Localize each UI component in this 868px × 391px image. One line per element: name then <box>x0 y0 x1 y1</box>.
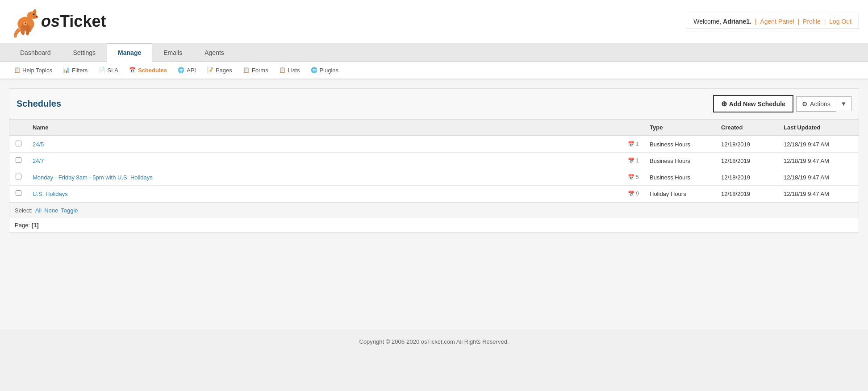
row-name-cell-0: 24/5 📅 1 <box>27 136 644 153</box>
row-type-cell-0: Business Hours <box>644 136 716 153</box>
subnav-sla[interactable]: 📄 SLA <box>94 64 123 76</box>
actions-label: Actions <box>810 100 830 108</box>
row-checkbox-1[interactable] <box>16 157 21 163</box>
lists-icon: 📋 <box>279 67 286 74</box>
select-toggle-link[interactable]: Toggle <box>61 207 78 214</box>
select-label: Select: <box>15 207 33 214</box>
row-checkbox-cell <box>9 186 27 202</box>
api-label: API <box>187 67 196 74</box>
nav-manage[interactable]: Manage <box>107 43 152 62</box>
api-icon: 🌐 <box>178 67 185 74</box>
lists-label: Lists <box>288 67 300 74</box>
row-checkbox-3[interactable] <box>16 190 21 196</box>
subnav-help-topics[interactable]: 📋 Help Topics <box>9 64 57 76</box>
row-checkbox-0[interactable] <box>16 141 21 146</box>
row-type-cell-1: Business Hours <box>644 153 716 169</box>
schedule-link-2[interactable]: Monday - Friday 8am - 5pm with U.S. Holi… <box>33 174 153 181</box>
logo-area: osTicket <box>9 4 106 39</box>
schedule-link-0[interactable]: 24/5 <box>33 141 44 148</box>
row-name-cell-2: Monday - Friday 8am - 5pm with U.S. Holi… <box>27 169 644 186</box>
table-row: 24/5 📅 1 Business Hours 12/18/2019 12/18… <box>9 136 859 153</box>
col-header-check <box>9 120 27 136</box>
table-row: Monday - Friday 8am - 5pm with U.S. Holi… <box>9 169 859 186</box>
content-area: Schedules ⊕ Add New Schedule ⚙ Actions ▼ <box>0 79 868 329</box>
row-updated-cell-2: 12/18/19 9:47 AM <box>778 169 859 186</box>
sep3: | <box>824 18 828 25</box>
row-created-cell-3: 12/18/2019 <box>716 186 778 202</box>
sub-nav: 📋 Help Topics 📊 Filters 📄 SLA 📅 Schedule… <box>0 62 868 79</box>
subnav-plugins[interactable]: 🌐 Plugins <box>306 64 343 76</box>
svg-point-4 <box>33 14 35 16</box>
row-name-cell-3: U.S. Holidays 📅 9 <box>27 186 644 202</box>
pages-icon: 📝 <box>207 67 214 74</box>
row-checkbox-cell <box>9 136 27 153</box>
row-type-cell-2: Business Hours <box>644 169 716 186</box>
logo-text: osTicket <box>41 12 106 31</box>
svg-point-12 <box>23 22 27 25</box>
svg-point-13 <box>25 23 26 24</box>
welcome-text: Welcome, <box>693 18 723 25</box>
select-all-link[interactable]: All <box>35 207 42 214</box>
schedules-panel: Schedules ⊕ Add New Schedule ⚙ Actions ▼ <box>9 88 859 233</box>
table-footer: Select: All None Toggle <box>9 202 859 218</box>
row-checkbox-cell <box>9 153 27 169</box>
panel-actions: ⊕ Add New Schedule ⚙ Actions ▼ <box>713 95 851 112</box>
row-created-cell-0: 12/18/2019 <box>716 136 778 153</box>
chevron-down-icon: ▼ <box>841 100 847 107</box>
select-none-link[interactable]: None <box>44 207 58 214</box>
col-header-created: Created <box>716 120 778 136</box>
schedule-link-1[interactable]: 24/7 <box>33 158 44 164</box>
row-checkbox-2[interactable] <box>16 174 21 179</box>
subnav-forms[interactable]: 📋 Forms <box>238 64 273 76</box>
plugins-label: Plugins <box>319 67 338 74</box>
page-label: Page: <box>15 222 32 229</box>
subnav-lists[interactable]: 📋 Lists <box>275 64 305 76</box>
col-header-name: Name <box>27 120 644 136</box>
top-header: osTicket Welcome, Adriane1. | Agent Pane… <box>0 0 868 43</box>
row-checkbox-cell <box>9 169 27 186</box>
calendar-badge-1: 📅 1 <box>628 158 639 164</box>
actions-dropdown-button[interactable]: ▼ <box>836 96 851 111</box>
actions-button-group: ⚙ Actions ▼ <box>796 96 851 112</box>
username: Adriane1. <box>723 18 751 25</box>
select-controls: Select: All None Toggle <box>15 207 853 214</box>
filters-icon: 📊 <box>63 67 70 74</box>
row-type-cell-3: Holiday Hours <box>644 186 716 202</box>
col-header-updated: Last Updated <box>778 120 859 136</box>
calendar-badge-2: 📅 5 <box>628 174 639 180</box>
forms-label: Forms <box>252 67 268 74</box>
row-updated-cell-1: 12/18/19 9:47 AM <box>778 153 859 169</box>
calendar-badge-0: 📅 1 <box>628 141 639 147</box>
subnav-schedules[interactable]: 📅 Schedules <box>125 64 171 76</box>
nav-settings[interactable]: Settings <box>62 43 107 62</box>
page-current: [1] <box>32 222 39 229</box>
copyright-text: Copyright © 2006-2020 osTicket.com All R… <box>359 338 509 345</box>
page-title: Schedules <box>17 99 61 109</box>
actions-main-button[interactable]: ⚙ Actions <box>796 96 836 112</box>
pages-label: Pages <box>216 67 232 74</box>
pagination: Page: [1] <box>9 218 859 232</box>
subnav-pages[interactable]: 📝 Pages <box>202 64 237 76</box>
subnav-filters[interactable]: 📊 Filters <box>58 64 92 76</box>
row-created-cell-1: 12/18/2019 <box>716 153 778 169</box>
nav-agents[interactable]: Agents <box>193 43 235 62</box>
plus-icon: ⊕ <box>721 100 727 108</box>
schedule-link-3[interactable]: U.S. Holidays <box>33 191 68 197</box>
row-updated-cell-3: 12/18/19 9:47 AM <box>778 186 859 202</box>
logout-link[interactable]: Log Out <box>829 18 851 25</box>
subnav-api[interactable]: 🌐 API <box>173 64 200 76</box>
site-footer: Copyright © 2006-2020 osTicket.com All R… <box>0 329 868 354</box>
agent-panel-link[interactable]: Agent Panel <box>760 18 794 25</box>
svg-point-6 <box>36 16 37 17</box>
plugins-icon: 🌐 <box>310 67 317 74</box>
nav-emails[interactable]: Emails <box>152 43 193 62</box>
nav-dashboard[interactable]: Dashboard <box>9 43 62 62</box>
add-new-schedule-button[interactable]: ⊕ Add New Schedule <box>713 95 793 112</box>
table-header-row: Name Type Created Last Updated <box>9 120 859 136</box>
profile-link[interactable]: Profile <box>803 18 821 25</box>
sep1: | <box>755 18 759 25</box>
row-created-cell-2: 12/18/2019 <box>716 169 778 186</box>
kangaroo-logo-icon <box>9 4 40 39</box>
calendar-badge-3: 📅 9 <box>628 191 639 197</box>
help-topics-icon: 📋 <box>13 67 21 74</box>
